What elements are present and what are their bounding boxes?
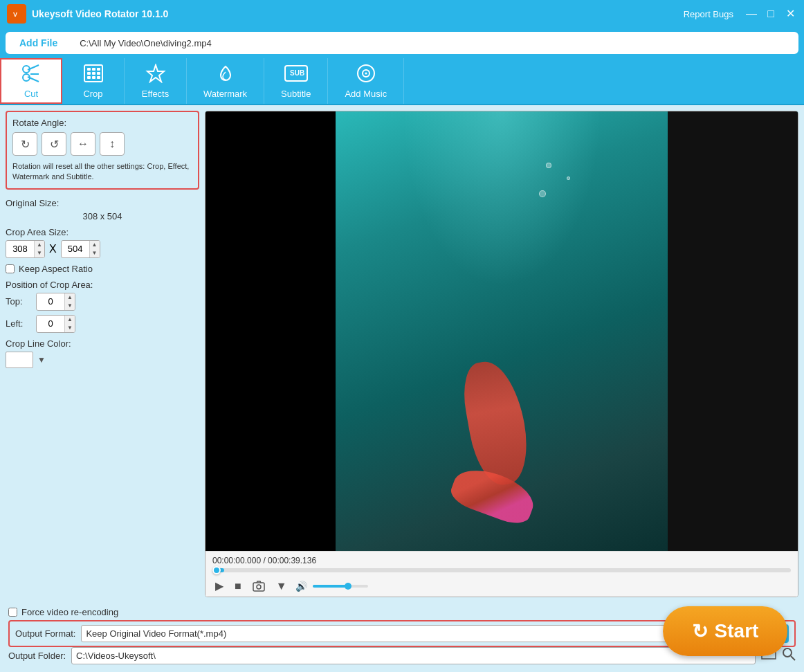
svg-rect-8 — [87, 68, 91, 71]
bubbles — [532, 156, 601, 225]
output-format-label: Output Format: — [15, 628, 75, 639]
video-black-right — [668, 111, 798, 551]
video-container — [205, 111, 798, 551]
time-display: 00:00:00.000 / 00:00:39.136 — [212, 556, 791, 565]
add-music-tab-label: Add Music — [345, 89, 387, 99]
top-arrows: ▲ ▼ — [64, 293, 75, 310]
svg-rect-14 — [87, 76, 91, 79]
force-encode-checkbox[interactable] — [8, 608, 17, 617]
svg-text:SUB: SUB — [290, 69, 304, 77]
left-arrows: ▲ ▼ — [64, 316, 75, 332]
top-up[interactable]: ▲ — [65, 293, 75, 302]
cut-tab-label: Cut — [24, 89, 38, 99]
add-file-button[interactable]: Add File — [6, 32, 71, 54]
crop-height-down[interactable]: ▼ — [90, 249, 100, 257]
title-bar: V Ukeysoft Video Rotator 10.1.0 Report B… — [0, 0, 804, 28]
top-spinner[interactable]: ▲ ▼ — [36, 293, 75, 311]
video-black-left — [205, 111, 336, 551]
stop-button[interactable]: ■ — [232, 579, 244, 594]
top-input[interactable] — [37, 294, 64, 309]
svg-rect-15 — [92, 76, 95, 79]
start-label: Start — [715, 620, 759, 642]
start-icon: ↻ — [692, 620, 708, 643]
left-spinner[interactable]: ▲ ▼ — [36, 315, 75, 333]
screenshot-button[interactable] — [250, 579, 268, 593]
screenshot-dropdown-button[interactable]: ▼ — [273, 579, 290, 594]
window-controls: — □ ✕ — [744, 8, 797, 19]
crop-width-spinner[interactable]: ▲ ▼ — [6, 240, 45, 258]
tab-watermark[interactable]: Watermark — [187, 58, 264, 104]
subtitle-icon: SUB — [284, 64, 309, 86]
left-panel: Rotate Angle: ↻ ↺ ↔ ↕ Rotation will rese… — [6, 111, 199, 597]
minimize-button[interactable]: — — [744, 8, 758, 19]
output-format-select[interactable]: Keep Original Video Format(*.mp4) ▲ — [81, 625, 696, 642]
flip-horizontal-button[interactable]: ↔ — [71, 132, 95, 156]
tab-cut[interactable]: Cut — [0, 58, 62, 104]
original-size-value: 308 x 504 — [6, 211, 199, 221]
video-controls-bar: 00:00:00.000 / 00:00:39.136 ▶ ■ ▼ 🔊 — [205, 551, 798, 597]
color-dropdown-arrow[interactable]: ▼ — [37, 355, 46, 365]
svg-text:V: V — [13, 11, 17, 18]
add-music-icon — [356, 64, 376, 86]
crop-icon — [83, 64, 104, 86]
crop-height-input[interactable] — [62, 242, 89, 256]
svg-rect-23 — [253, 583, 264, 591]
bottom-bar: Force video re-encoding Output Format: K… — [0, 603, 804, 672]
rotate-counterclockwise-button[interactable]: ↺ — [42, 132, 66, 156]
watermark-icon — [215, 64, 236, 86]
color-swatch[interactable] — [6, 352, 33, 368]
left-position-row: Left: ▲ ▼ — [6, 315, 199, 333]
left-up[interactable]: ▲ — [65, 316, 75, 324]
video-placeholder — [205, 111, 798, 551]
crop-line-color-label: Crop Line Color: — [6, 338, 199, 349]
watermark-tab-label: Watermark — [203, 89, 247, 99]
right-panel: 00:00:00.000 / 00:00:39.136 ▶ ■ ▼ 🔊 — [205, 111, 798, 597]
crop-width-up[interactable]: ▲ — [35, 241, 44, 249]
info-section: Original Size: 308 x 504 Crop Area Size:… — [6, 195, 199, 376]
tab-effects[interactable]: Effects — [125, 58, 187, 104]
progress-bar-track[interactable] — [212, 568, 791, 572]
x-label: X — [49, 243, 57, 255]
keep-aspect-ratio-checkbox[interactable] — [6, 264, 15, 273]
volume-slider[interactable] — [313, 585, 368, 588]
flip-vertical-button[interactable]: ↕ — [100, 132, 125, 156]
video-content — [336, 111, 667, 551]
crop-line-color-section: Crop Line Color: ▼ — [6, 338, 199, 368]
rotate-buttons: ↻ ↺ ↔ ↕ — [12, 132, 192, 156]
left-input[interactable] — [37, 316, 64, 331]
start-button[interactable]: ↻ Start — [663, 606, 787, 656]
crop-width-down[interactable]: ▼ — [35, 249, 44, 257]
crop-height-up[interactable]: ▲ — [90, 241, 100, 249]
tab-add-music[interactable]: Add Music — [328, 58, 404, 104]
top-label: Top: — [6, 296, 30, 307]
file-path-input[interactable] — [71, 32, 798, 54]
rotate-section-title: Rotate Angle: — [12, 118, 192, 128]
play-button[interactable]: ▶ — [212, 578, 226, 594]
crop-size-row: ▲ ▼ X ▲ ▼ — [6, 240, 199, 258]
position-label: Position of Crop Area: — [6, 280, 199, 290]
left-down[interactable]: ▼ — [65, 324, 75, 332]
top-down[interactable]: ▼ — [65, 302, 75, 310]
crop-height-spinner[interactable]: ▲ ▼ — [61, 240, 100, 258]
rotate-section: Rotate Angle: ↻ ↺ ↔ ↕ Rotation will rese… — [6, 111, 199, 190]
rotate-clockwise-button[interactable]: ↻ — [12, 132, 37, 156]
svg-rect-13 — [97, 72, 100, 75]
close-button[interactable]: ✕ — [783, 8, 797, 19]
cut-icon — [21, 64, 42, 86]
svg-point-22 — [365, 72, 367, 74]
svg-marker-17 — [147, 65, 164, 82]
volume-handle[interactable] — [345, 583, 351, 590]
crop-width-input[interactable] — [6, 242, 34, 256]
crop-area-size-label: Crop Area Size: — [6, 227, 199, 237]
progress-handle[interactable] — [212, 566, 221, 574]
restore-button[interactable]: □ — [764, 8, 778, 19]
report-bugs-link[interactable]: Report Bugs — [684, 9, 733, 19]
app-title: Ukeysoft Video Rotator 10.1.0 — [32, 8, 168, 19]
output-folder-label: Output Folder: — [8, 651, 66, 661]
add-file-bar: Add File — [0, 28, 804, 58]
volume-fill — [313, 585, 346, 588]
tab-subtitle[interactable]: SUB Subtitle — [264, 58, 328, 104]
crop-width-arrows: ▲ ▼ — [34, 241, 44, 257]
tab-crop[interactable]: Crop — [62, 58, 125, 104]
main-content: Rotate Angle: ↻ ↺ ↔ ↕ Rotation will rese… — [0, 105, 804, 603]
